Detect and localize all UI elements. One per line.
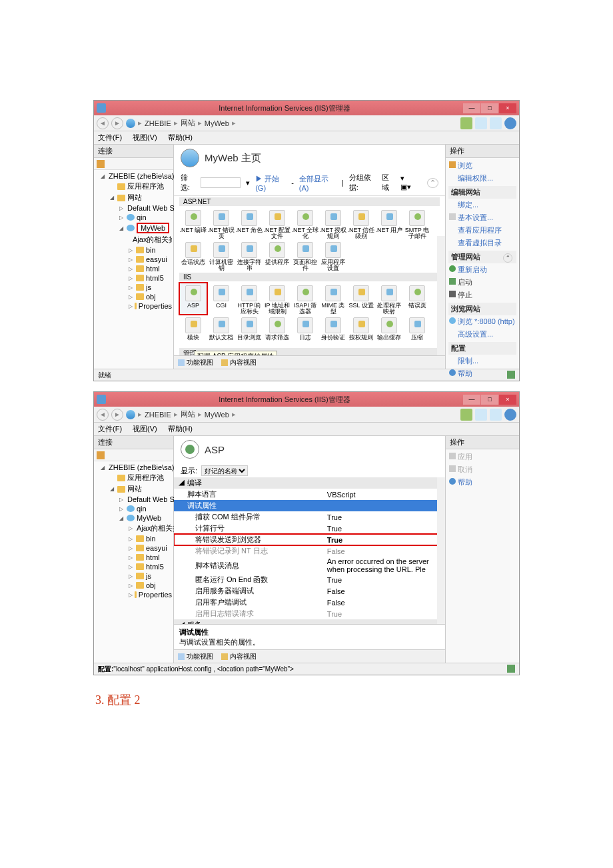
action-advanced[interactable]: 高级设置... <box>448 328 516 341</box>
tree-ajax[interactable]: Ajax的相关操作 <box>95 234 172 245</box>
minimize-button[interactable]: — <box>463 103 480 113</box>
tree-html[interactable]: ▷html <box>95 553 172 562</box>
feature-icon[interactable]: 应用程序设置 <box>319 239 347 271</box>
maximize-button[interactable]: □ <box>481 103 498 113</box>
tree-properties[interactable]: ▷Properties <box>95 301 172 311</box>
menu-file[interactable]: 文件(F) <box>98 133 122 143</box>
tree-app-pools[interactable]: 应用程序池 <box>95 472 172 483</box>
property-row[interactable]: 启用客户端调试False <box>174 597 445 608</box>
property-row[interactable]: 启用日志错误请求True <box>174 608 445 619</box>
connections-tree[interactable]: ◢ZHEBIE (zheBie\sa) 应用程序池 ◢网站 ▷Default W… <box>94 170 173 312</box>
feature-icon[interactable]: 日志 <box>291 315 319 347</box>
property-row[interactable]: 启用服务器端调试False <box>174 585 445 597</box>
tree-qin[interactable]: ▷qin <box>95 213 172 222</box>
tree-qin[interactable]: ▷qin <box>95 504 172 513</box>
feature-icon[interactable]: 请求筛选 <box>263 315 291 347</box>
filter-input[interactable] <box>201 177 241 188</box>
back-button[interactable]: ◄ <box>97 117 109 129</box>
tree-js[interactable]: ▷js <box>95 571 172 581</box>
tab-content[interactable]: 内容视图 <box>221 652 257 661</box>
scrollbar[interactable] <box>437 236 445 355</box>
tree-server[interactable]: ◢ZHEBIE (zheBie\sa) <box>95 171 172 181</box>
breadcrumb[interactable]: ▸ ZHEBIE▸ 网站▸ MyWeb▸ <box>138 409 236 419</box>
tree-easyui[interactable]: ▷easyui <box>95 255 172 264</box>
feature-icon[interactable]: HTTP 响应标头 <box>235 283 263 315</box>
nav-icon-2[interactable] <box>475 409 487 421</box>
menu-file[interactable]: 文件(F) <box>98 424 122 434</box>
help-icon[interactable] <box>504 117 516 129</box>
display-select[interactable]: 好记的名称 <box>201 465 248 476</box>
tree-bin[interactable]: ▷bin <box>95 534 172 543</box>
feature-icon[interactable]: 提供程序 <box>263 239 291 271</box>
feature-icon[interactable]: .NET 角色 <box>235 207 263 239</box>
close-button[interactable]: × <box>499 103 516 113</box>
action-limits[interactable]: 限制... <box>448 355 516 367</box>
action-view-vdirs[interactable]: 查看虚拟目录 <box>448 237 516 249</box>
action-edit-permissions[interactable]: 编辑权限... <box>448 172 516 185</box>
feature-icon[interactable]: .NET 用户 <box>375 207 403 239</box>
menu-view[interactable]: 视图(V) <box>133 424 157 434</box>
action-restart[interactable]: 重新启动 <box>448 263 516 276</box>
breadcrumb-myweb[interactable]: MyWeb <box>205 411 229 419</box>
property-row[interactable]: 将错误记录到 NT 日志False <box>174 545 445 557</box>
tab-content[interactable]: 内容视图 <box>221 358 257 367</box>
feature-icon[interactable]: 模块 <box>179 315 207 347</box>
tree-html5[interactable]: ▷html5 <box>95 562 172 571</box>
feature-icon[interactable]: ISAPI 筛选器 <box>291 283 319 315</box>
tree-sites[interactable]: ◢网站 <box>95 192 172 203</box>
nav-icon-1[interactable] <box>460 409 472 421</box>
property-row[interactable]: 计算行号True <box>174 523 445 534</box>
collapse-icon[interactable]: ⌃ <box>503 253 512 263</box>
feature-icon[interactable]: 授权规则 <box>347 315 375 347</box>
property-row[interactable]: 捕获 COM 组件异常True <box>174 511 445 523</box>
feature-icon[interactable]: 连接字符串 <box>235 239 263 271</box>
tree-properties[interactable]: ▷Properties <box>95 590 172 599</box>
feature-icon[interactable]: .NET 信任级别 <box>347 207 375 239</box>
feature-icon[interactable]: .NET 授权规则 <box>319 207 347 239</box>
feature-icon[interactable]: SMTP 电子邮件 <box>403 207 431 239</box>
feature-icon[interactable]: MIME 类型 <box>319 283 347 315</box>
action-bindings[interactable]: 绑定... <box>448 199 516 211</box>
property-row[interactable]: 调试属性 <box>174 500 445 511</box>
action-help[interactable]: 帮助 <box>448 476 516 489</box>
group-value[interactable]: 区域 <box>382 173 394 193</box>
connections-tree[interactable]: ◢ZHEBIE (zheBie\sa) 应用程序池 ◢网站 ▷Default W… <box>94 461 173 601</box>
action-stop[interactable]: 停止 <box>448 289 516 301</box>
help-icon[interactable] <box>504 409 516 421</box>
property-row[interactable]: 将错误发送到浏览器True <box>174 534 445 545</box>
forward-button[interactable]: ► <box>111 409 123 421</box>
tree-ajax[interactable]: ▷Ajax的相关操作 <box>95 523 172 534</box>
maximize-button[interactable]: □ <box>481 395 498 405</box>
feature-icon[interactable]: 错误页 <box>403 283 431 315</box>
breadcrumb[interactable]: ▸ ZHEBIE▸ 网站▸ MyWeb▸ <box>138 118 236 128</box>
action-start[interactable]: 启动 <box>448 276 516 289</box>
feature-icon[interactable]: CGI <box>207 283 235 315</box>
breadcrumb-sites[interactable]: 网站 <box>181 409 195 419</box>
action-help[interactable]: 帮助 <box>448 367 516 380</box>
feature-icon[interactable]: 页面和控件 <box>291 239 319 271</box>
breadcrumb-server[interactable]: ZHEBIE <box>145 119 171 127</box>
tree-html[interactable]: ▷html <box>95 264 172 273</box>
feature-icon[interactable]: 处理程序映射 <box>375 283 403 315</box>
scrollbar[interactable] <box>437 477 445 624</box>
feature-icon[interactable]: .NET 错误页 <box>207 207 235 239</box>
action-browse[interactable]: 浏览 <box>448 159 516 172</box>
feature-icon[interactable]: 默认文档 <box>207 315 235 347</box>
breadcrumb-sites[interactable]: 网站 <box>181 118 195 128</box>
tree-default-site[interactable]: ▷Default Web Site <box>95 495 172 504</box>
tree-default-site[interactable]: ▷Default Web Site <box>95 203 172 213</box>
action-cancel[interactable]: 取消 <box>448 463 516 476</box>
menu-help[interactable]: 帮助(H) <box>168 424 193 434</box>
tree-myweb[interactable]: ◢MyWeb <box>95 222 172 234</box>
filter-showall[interactable]: 全部显示(A) <box>299 174 334 192</box>
feature-icon[interactable]: 身份验证 <box>319 315 347 347</box>
tree-bin[interactable]: ▷bin <box>95 245 172 255</box>
menu-help[interactable]: 帮助(H) <box>168 133 193 143</box>
feature-icon[interactable]: .NET 配置文件 <box>263 207 291 239</box>
tree-js[interactable]: ▷js <box>95 283 172 292</box>
property-grid[interactable]: ◢ 编译脚本语言VBScript调试属性捕获 COM 组件异常True计算行号T… <box>174 477 445 624</box>
property-row[interactable]: ◢ 编译 <box>174 477 445 489</box>
menu-view[interactable]: 视图(V) <box>133 133 157 143</box>
nav-icon-3[interactable] <box>490 117 502 129</box>
collapse-icon[interactable]: ⌃ <box>427 178 438 188</box>
